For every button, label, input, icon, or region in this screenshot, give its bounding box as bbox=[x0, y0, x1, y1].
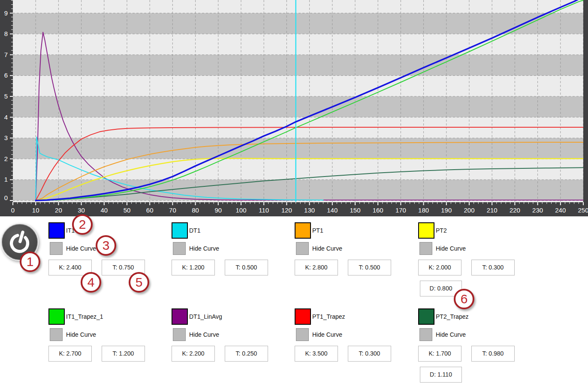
x-tick bbox=[86, 202, 86, 204]
curve-color-swatch-IT1[interactable] bbox=[48, 222, 65, 239]
x-tick bbox=[460, 202, 460, 204]
k-value-field-PT1_Trapez[interactable]: K: 3.500 bbox=[295, 346, 338, 362]
x-tick bbox=[382, 202, 383, 204]
hide-curve-checkbox-PT1[interactable] bbox=[296, 242, 309, 255]
x-tick bbox=[63, 202, 63, 204]
curve-color-swatch-DT1[interactable] bbox=[172, 222, 188, 239]
x-axis-label: 110 bbox=[259, 206, 269, 214]
x-tick bbox=[455, 202, 456, 204]
hide-curve-label: Hide Curve bbox=[189, 328, 219, 341]
y-axis-label: 7 bbox=[4, 51, 8, 58]
curve-name-label: PT2_Trapez bbox=[436, 308, 469, 325]
curve-name-label: DT1_LinAvg bbox=[189, 308, 222, 325]
x-axis-label: 50 bbox=[124, 206, 131, 214]
y-tick bbox=[11, 129, 13, 130]
t-value-field-PT1_Trapez[interactable]: T: 0.300 bbox=[348, 346, 391, 362]
x-tick bbox=[414, 202, 415, 204]
x-tick bbox=[328, 202, 328, 204]
k-value-field-PT1[interactable]: K: 2.800 bbox=[295, 260, 338, 275]
y-tick bbox=[11, 175, 13, 176]
t-value-field-DT1_LinAvg[interactable]: T: 0.250 bbox=[225, 346, 268, 362]
legend-entry-DT1: DT1Hide CurveK: 1.200T: 0.500 bbox=[172, 222, 292, 308]
k-value-field-DT1_LinAvg[interactable]: K: 2.200 bbox=[172, 346, 215, 362]
y-tick bbox=[11, 50, 13, 51]
y-tick bbox=[11, 171, 13, 171]
y-axis-label: 4 bbox=[4, 114, 8, 121]
y-tick bbox=[11, 38, 13, 38]
x-tick bbox=[396, 202, 396, 204]
x-tick bbox=[90, 202, 90, 204]
y-tick bbox=[10, 96, 13, 97]
x-axis-label: 140 bbox=[327, 206, 338, 214]
x-axis-label: 210 bbox=[487, 206, 498, 214]
x-tick bbox=[181, 202, 182, 204]
x-tick bbox=[95, 202, 95, 204]
curve-name-label: PT2 bbox=[436, 222, 447, 239]
x-tick bbox=[40, 202, 40, 204]
x-tick bbox=[35, 202, 36, 205]
y-tick bbox=[11, 100, 13, 101]
k-value-field-PT2[interactable]: K: 2.000 bbox=[418, 260, 461, 275]
x-tick bbox=[177, 202, 178, 204]
y-tick bbox=[11, 113, 13, 113]
k-value-field-DT1[interactable]: K: 1.200 bbox=[172, 260, 215, 275]
k-value-field-IT1_Trapez_1[interactable]: K: 2.700 bbox=[48, 346, 92, 362]
x-tick bbox=[410, 202, 410, 204]
y-tick bbox=[11, 142, 13, 142]
x-tick bbox=[127, 202, 127, 205]
y-axis-label: 3 bbox=[4, 134, 8, 141]
y-tick bbox=[11, 17, 13, 17]
x-tick bbox=[364, 202, 365, 204]
x-tick bbox=[12, 202, 13, 205]
hide-curve-checkbox-PT2_Trapez[interactable] bbox=[419, 328, 432, 341]
y-tick bbox=[11, 63, 13, 63]
hide-curve-checkbox-DT1_LinAvg[interactable] bbox=[173, 328, 186, 341]
hide-curve-checkbox-DT1[interactable] bbox=[173, 242, 186, 255]
x-tick bbox=[583, 202, 584, 205]
curve-color-swatch-IT1_Trapez_1[interactable] bbox=[48, 308, 65, 325]
curve-color-swatch-PT2_Trapez[interactable] bbox=[418, 308, 434, 325]
x-tick bbox=[309, 202, 310, 205]
x-tick bbox=[305, 202, 305, 204]
t-value-field-DT1[interactable]: T: 0.500 bbox=[225, 260, 268, 275]
hide-curve-checkbox-IT1[interactable] bbox=[50, 242, 63, 255]
x-tick bbox=[337, 202, 337, 204]
x-tick bbox=[400, 202, 401, 205]
t-value-field-PT2[interactable]: T: 0.300 bbox=[471, 260, 515, 275]
x-tick bbox=[268, 202, 268, 204]
y-tick bbox=[11, 79, 13, 80]
callout-2: 2 bbox=[72, 214, 93, 235]
legend-entry-PT2_Trapez: PT2_TrapezHide CurveK: 1.700T: 0.980D: 1… bbox=[418, 308, 538, 386]
y-tick bbox=[10, 13, 13, 14]
plot-band bbox=[13, 96, 583, 117]
plot-area[interactable]: 0102030405060708090100110120130140150160… bbox=[0, 0, 588, 216]
t-value-field-PT1[interactable]: T: 0.500 bbox=[348, 260, 391, 275]
y-tick bbox=[11, 125, 13, 126]
y-tick bbox=[11, 92, 13, 92]
d-value-field-PT2_Trapez[interactable]: D: 1.110 bbox=[420, 367, 462, 383]
hide-curve-checkbox-PT1_Trapez[interactable] bbox=[296, 328, 309, 341]
x-tick bbox=[163, 202, 164, 204]
k-value-field-PT2_Trapez[interactable]: K: 1.700 bbox=[418, 346, 461, 362]
x-tick bbox=[118, 202, 118, 204]
t-value-field-IT1_Trapez_1[interactable]: T: 1.200 bbox=[102, 346, 145, 362]
x-tick bbox=[514, 202, 515, 205]
x-tick bbox=[273, 202, 273, 204]
x-tick bbox=[245, 202, 246, 204]
curve-color-swatch-PT1_Trapez[interactable] bbox=[295, 308, 311, 325]
curve-color-swatch-DT1_LinAvg[interactable] bbox=[172, 308, 188, 325]
y-tick bbox=[11, 29, 13, 30]
x-tick bbox=[81, 202, 82, 205]
x-tick bbox=[204, 202, 205, 204]
x-tick bbox=[72, 202, 72, 204]
curve-color-swatch-PT1[interactable] bbox=[295, 222, 311, 239]
hide-curve-checkbox-IT1_Trapez_1[interactable] bbox=[50, 328, 63, 341]
chart: 0102030405060708090100110120130140150160… bbox=[0, 0, 588, 216]
y-tick bbox=[10, 117, 13, 118]
x-tick bbox=[419, 202, 419, 204]
x-tick bbox=[113, 202, 114, 204]
hide-curve-checkbox-PT2[interactable] bbox=[419, 242, 432, 255]
curve-color-swatch-PT2[interactable] bbox=[418, 222, 434, 239]
t-value-field-PT2_Trapez[interactable]: T: 0.980 bbox=[471, 346, 515, 362]
x-tick bbox=[195, 202, 196, 205]
